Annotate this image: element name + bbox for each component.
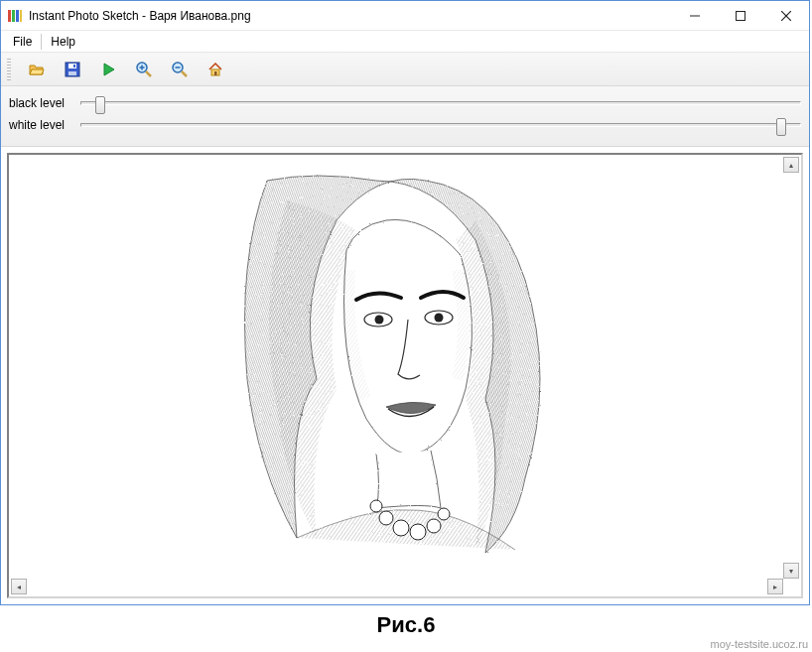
sketch-image: [227, 161, 551, 558]
svg-line-13: [146, 71, 151, 76]
run-button[interactable]: [96, 58, 120, 81]
svg-line-17: [182, 71, 187, 76]
window-title: Instant Photo Sketch - Варя Иванова.png: [29, 9, 672, 23]
white-level-thumb[interactable]: [776, 118, 786, 136]
svg-rect-2: [16, 10, 19, 22]
open-button[interactable]: [25, 58, 49, 81]
menu-separator: [41, 34, 42, 50]
white-level-slider[interactable]: [80, 123, 801, 127]
svg-rect-10: [68, 71, 76, 75]
canvas-area[interactable]: ▴ ▾ ◂ ▸: [7, 153, 803, 598]
scroll-left-button[interactable]: ◂: [11, 579, 27, 594]
svg-rect-20: [214, 71, 217, 75]
scroll-up-button[interactable]: ▴: [783, 157, 799, 173]
titlebar: Instant Photo Sketch - Варя Иванова.png: [1, 1, 809, 31]
svg-point-24: [375, 316, 384, 325]
zoom-in-button[interactable]: [132, 58, 156, 81]
scroll-right-button[interactable]: ▸: [767, 579, 783, 594]
svg-point-26: [435, 314, 444, 323]
minimize-button[interactable]: [672, 1, 718, 30]
save-button[interactable]: [61, 58, 84, 81]
maximize-button[interactable]: [718, 1, 763, 30]
close-button[interactable]: [763, 1, 809, 30]
black-level-thumb[interactable]: [95, 96, 105, 114]
black-level-row: black level: [9, 92, 801, 114]
black-level-label: black level: [9, 96, 74, 110]
svg-point-30: [427, 519, 441, 533]
svg-point-31: [370, 500, 382, 512]
svg-rect-5: [737, 11, 745, 20]
sliders-panel: black level white level: [1, 86, 809, 147]
black-level-slider[interactable]: [80, 101, 801, 105]
app-window: Instant Photo Sketch - Варя Иванова.png …: [0, 0, 810, 605]
svg-rect-1: [12, 10, 15, 22]
svg-point-32: [438, 508, 450, 520]
home-button[interactable]: [203, 58, 227, 81]
watermark: moy-testsite.ucoz.ru: [711, 638, 808, 650]
toolbar: [1, 53, 809, 86]
window-controls: [672, 1, 809, 30]
menu-file[interactable]: File: [5, 33, 40, 51]
svg-point-29: [410, 524, 426, 540]
figure-caption: Рис.6: [0, 612, 812, 638]
svg-point-27: [379, 511, 393, 525]
scroll-down-button[interactable]: ▾: [783, 563, 799, 579]
svg-rect-0: [8, 10, 11, 22]
menu-help[interactable]: Help: [43, 33, 83, 51]
white-level-row: white level: [9, 114, 801, 136]
svg-rect-11: [73, 65, 75, 67]
toolbar-grip: [7, 59, 11, 80]
svg-point-28: [393, 520, 409, 536]
zoom-out-button[interactable]: [168, 58, 192, 81]
app-icon: [7, 8, 23, 24]
menubar: File Help: [1, 31, 809, 53]
white-level-label: white level: [9, 118, 74, 132]
svg-rect-3: [20, 10, 22, 22]
